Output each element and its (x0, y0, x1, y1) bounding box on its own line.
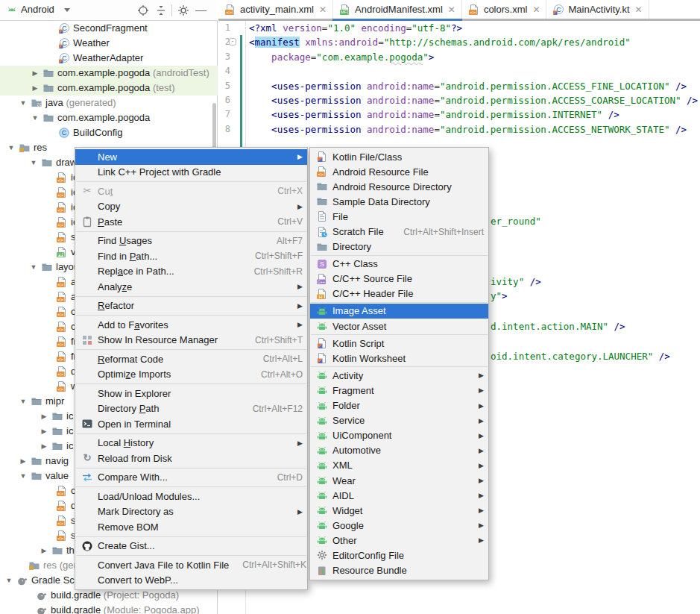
menu-item-activity[interactable]: Activity▶ (310, 368, 488, 383)
menu-item-c-class[interactable]: SC++ Class (310, 257, 488, 272)
menu-item-google[interactable]: Google▶ (310, 518, 488, 533)
menu-item-fragment[interactable]: Fragment▶ (310, 383, 488, 398)
chevron-expanded-icon[interactable]: ▼ (18, 394, 28, 409)
menu-item-add-to-favorites[interactable]: Add to Favorites▶ (75, 317, 307, 333)
menu-item-reformat-code[interactable]: Reformat CodeCtrl+Alt+L (75, 351, 307, 367)
chevron-expanded-icon[interactable]: ▼ (4, 573, 14, 588)
menu-item-vector-asset[interactable]: Vector Asset (310, 319, 488, 333)
menu-item-service[interactable]: Service▶ (310, 413, 488, 428)
chevron-expanded-icon[interactable]: ▼ (18, 469, 28, 483)
chevron-expanded-icon[interactable]: ▼ (18, 95, 28, 110)
menu-item-image-asset[interactable]: Image Asset (310, 304, 488, 319)
menu-item-directory[interactable]: Directory (310, 239, 488, 254)
menu-item-mark-directory-as[interactable]: Mark Directory as▶ (75, 504, 307, 520)
menu-item-c-c-header-file[interactable]: HC/C++ Header File (310, 286, 488, 301)
menu-item-android-resource-file[interactable]: <>Android Resource File (310, 164, 488, 179)
menu-item-kotlin-worksheet[interactable]: Kotlin Worksheet (310, 351, 488, 366)
menu-item-show-in-resource-manager[interactable]: Show In Resource ManagerCtrl+Shift+T (75, 333, 307, 348)
tree-row-label: th (66, 543, 75, 558)
chevron-collapsed-icon[interactable]: ▶ (18, 454, 28, 469)
menu-item-find-in-path[interactable]: Find in Path...Ctrl+Shift+F (75, 248, 307, 264)
menu-item-directory-path[interactable]: Directory PathCtrl+Alt+F12 (75, 401, 307, 417)
menu-item-resource-bundle[interactable]: Resource Bundle (310, 563, 488, 578)
chevron-expanded-icon[interactable]: ▼ (6, 140, 16, 155)
submenu-arrow-icon: ▶ (470, 536, 484, 544)
tree-row-com-example-pogoda[interactable]: ▼com.example.pogoda (0, 110, 218, 125)
menu-item-link-c-project-with-gradle[interactable]: Link C++ Project with Gradle (75, 165, 307, 181)
menu-item-kotlin-file-class[interactable]: Kotlin File/Class (310, 149, 488, 164)
menu-item-kotlin-script[interactable]: Kotlin Script (310, 336, 488, 351)
chevron-collapsed-icon[interactable]: ▶ (39, 409, 49, 424)
chevron-collapsed-icon[interactable]: ▶ (39, 424, 49, 439)
chevron-collapsed-icon[interactable]: ▶ (39, 439, 49, 454)
menu-item-analyze[interactable]: Analyze▶ (75, 279, 307, 295)
menu-item-find-usages[interactable]: Find UsagesAlt+F7 (75, 234, 307, 249)
locate-icon[interactable] (137, 4, 149, 16)
chevron-collapsed-icon[interactable]: ▶ (30, 81, 40, 95)
tree-row-buildconfig[interactable]: CBuildConfig (0, 125, 218, 140)
menu-item-folder[interactable]: Folder▶ (310, 398, 488, 413)
chevron-expanded-icon[interactable]: ▼ (30, 110, 40, 125)
menu-item-remove-bom[interactable]: Remove BOM (75, 519, 307, 535)
menu-item-editorconfig-file[interactable]: EditorConfig File (310, 548, 488, 563)
menu-item-new[interactable]: New▶ (75, 149, 307, 165)
menu-item-local-history[interactable]: Local History▶ (75, 436, 307, 451)
chevron-expanded-icon[interactable]: ▼ (28, 260, 39, 275)
menu-item-paste[interactable]: PasteCtrl+V (75, 214, 307, 230)
tab-activity-main-xml[interactable]: <>activity_main.xml✕ (218, 0, 333, 19)
submenu-arrow-icon: ▶ (470, 507, 484, 514)
tree-row-build-gradle[interactable]: build.gradle (Project: Pogoda) (0, 588, 218, 603)
submenu-arrow-icon: ▶ (470, 447, 484, 454)
menu-item-wear[interactable]: Wear▶ (310, 473, 488, 488)
menu-item-replace-in-path[interactable]: Replace in Path...Ctrl+Shift+R (75, 264, 307, 280)
tab-colors-xml[interactable]: <>colors.xml✕ (462, 0, 547, 19)
gear-icon[interactable] (177, 4, 189, 16)
close-icon[interactable]: ✕ (532, 4, 540, 15)
menu-item-sample-data-directory[interactable]: Sample Data Directory (310, 194, 488, 209)
menu-item-c-c-source-file[interactable]: C++C/C++ Source File (310, 272, 488, 286)
chevron-collapsed-icon[interactable]: ▶ (39, 543, 49, 558)
tree-row-com-example-pogoda[interactable]: ▶com.example.pogoda (test) (0, 81, 218, 95)
fold-marker-icon[interactable]: - (229, 38, 236, 46)
tree-row-secondfragment[interactable]: CSecondFragment (0, 21, 218, 36)
menu-item-copy[interactable]: Copy▶ (75, 199, 307, 215)
menu-item-aidl[interactable]: AIDL▶ (310, 488, 488, 503)
menu-item-xml[interactable]: XML▶ (310, 458, 488, 473)
menu-item-convert-to-webp[interactable]: Convert to WebP... (75, 573, 307, 589)
no-icon (81, 151, 94, 163)
menu-shortcut: Ctrl+D (264, 472, 303, 483)
menu-item-show-in-explorer[interactable]: Show in Explorer (75, 386, 307, 401)
view-selector[interactable]: Android (21, 4, 54, 15)
menu-item-uicomponent[interactable]: UiComponent▶ (310, 428, 488, 443)
tree-row-java[interactable]: ▼java (generated) (0, 95, 218, 110)
menu-item-other[interactable]: Other▶ (310, 533, 488, 548)
menu-item-widget[interactable]: Widget▶ (310, 503, 488, 518)
chevron-collapsed-icon[interactable]: ▶ (30, 66, 40, 81)
menu-item-reload-from-disk[interactable]: ↻Reload from Disk (75, 451, 307, 466)
tree-row-weatheradapter[interactable]: CWeatherAdapter (0, 51, 218, 66)
collapse-all-icon[interactable] (155, 4, 167, 16)
tab-mainactivity-kt[interactable]: CMainActivity.kt✕ (546, 0, 649, 19)
folder-icon (42, 112, 54, 124)
menu-item-create-gist[interactable]: Create Gist... (75, 539, 307, 554)
android-icon (316, 415, 329, 427)
close-icon[interactable]: ✕ (635, 4, 643, 15)
tree-row-build-gradle[interactable]: build.gradle (Module: Pogoda.app) (0, 603, 218, 614)
menu-item-file[interactable]: File (310, 209, 488, 224)
hide-icon[interactable]: — (195, 3, 206, 16)
close-icon[interactable]: ✕ (319, 4, 327, 15)
menu-item-compare-with[interactable]: Compare With...Ctrl+D (75, 470, 307, 486)
tree-row-com-example-pogoda[interactable]: ▶com.example.pogoda (androidTest) (0, 66, 218, 81)
tree-row-weather[interactable]: CWeather (0, 36, 218, 51)
menu-item-optimize-imports[interactable]: Optimize ImportsCtrl+Alt+O (75, 367, 307, 383)
close-icon[interactable]: ✕ (448, 4, 455, 15)
menu-item-scratch-file[interactable]: Scratch FileCtrl+Alt+Shift+Insert (310, 224, 488, 239)
menu-item-convert-java-file-to-kotlin-file[interactable]: Convert Java File to Kotlin FileCtrl+Alt… (75, 557, 307, 573)
menu-item-android-resource-directory[interactable]: Android Resource Directory (310, 179, 488, 194)
menu-item-load-unload-modules[interactable]: Load/Unload Modules... (75, 489, 307, 504)
chevron-expanded-icon[interactable]: ▼ (28, 155, 39, 170)
tab-androidmanifest-xml[interactable]: MFAndroidManifest.xml✕ (333, 0, 462, 19)
menu-item-automotive[interactable]: Automotive▶ (310, 443, 488, 458)
menu-item-refactor[interactable]: Refactor▶ (75, 298, 307, 314)
menu-item-open-in-terminal[interactable]: Open in Terminal (75, 416, 307, 432)
